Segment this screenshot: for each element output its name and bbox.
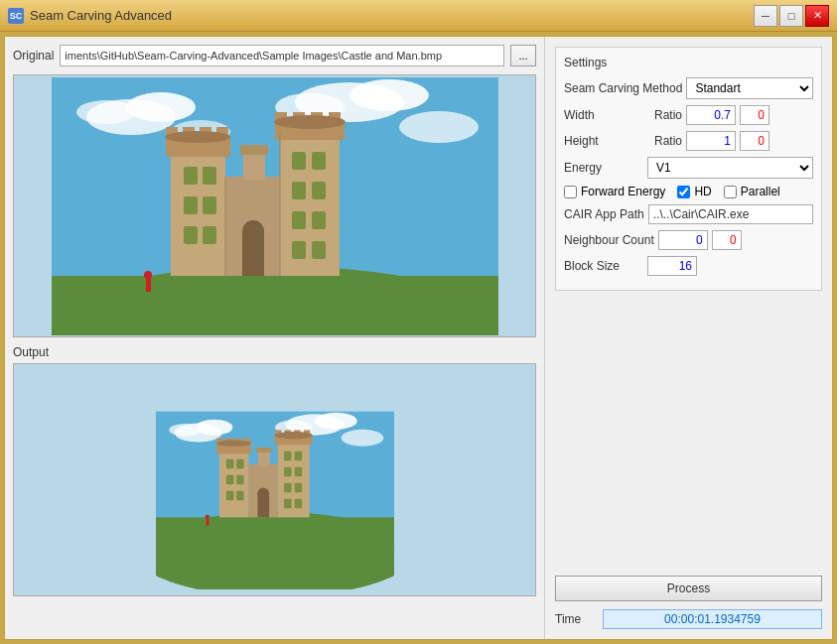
svg-point-71 [274,431,312,438]
svg-rect-40 [292,241,306,259]
energy-label: Energy [564,161,643,175]
svg-rect-29 [203,167,216,185]
output-section: Output [13,345,536,596]
svg-rect-32 [184,226,198,244]
seam-carving-method-select[interactable]: Standart Forward CAIR [686,77,813,99]
svg-rect-33 [203,226,216,244]
maximize-button[interactable]: □ [779,5,803,27]
svg-rect-82 [294,451,301,460]
height-ratio-input[interactable] [686,131,736,151]
file-path-input[interactable] [60,45,504,66]
right-panel: Settings Seam Carving Method Standart Fo… [544,37,832,639]
width-ratio-extra-input[interactable] [740,105,769,125]
parallel-label: Parallel [741,185,780,198]
bottom-section: Process Time [555,576,822,629]
svg-rect-31 [203,196,216,214]
svg-rect-37 [312,182,326,199]
svg-point-17 [165,131,230,143]
svg-rect-88 [294,498,301,508]
title-bar-left: SC Seam Carving Advanced [8,8,172,24]
forward-energy-checkbox[interactable] [564,186,577,198]
hd-checkbox-item: HD [677,185,711,198]
output-image-container [13,363,536,596]
svg-rect-34 [292,152,306,170]
svg-rect-90 [256,447,271,451]
svg-rect-87 [284,498,291,508]
svg-rect-81 [284,451,291,460]
svg-rect-30 [184,196,198,214]
neighbour-count-label: Neighbour Count [564,233,654,247]
svg-point-92 [205,514,209,518]
svg-rect-91 [206,518,209,525]
svg-rect-38 [292,211,306,229]
original-image-container [13,74,536,337]
svg-rect-85 [284,482,291,492]
hd-label: HD [694,185,711,198]
svg-point-45 [144,271,152,279]
neighbour-count-input[interactable] [658,230,708,250]
neighbour-count-extra-input[interactable] [712,230,742,250]
cair-path-row: CAIR App Path [564,204,813,224]
energy-select[interactable]: V1 V2 V3 [647,157,813,179]
width-ratio-label: Ratio [647,108,682,122]
original-label: Original [13,49,54,63]
svg-rect-58 [219,449,248,517]
svg-point-2 [126,92,196,122]
parallel-checkbox-item: Parallel [724,185,780,198]
svg-point-55 [341,429,383,446]
svg-rect-75 [225,458,232,468]
svg-point-3 [76,100,136,124]
neighbour-count-row: Neighbour Count [564,230,813,250]
svg-rect-28 [184,167,198,185]
time-value [603,609,822,629]
height-ratio-row: Height Ratio [564,131,813,151]
height-ratio-extra-input[interactable] [740,131,769,151]
svg-rect-11 [171,147,225,276]
svg-rect-35 [312,152,326,170]
svg-rect-43 [240,145,268,155]
width-ratio-input[interactable] [686,105,736,125]
seam-carving-method-label: Seam Carving Method [564,81,682,95]
svg-rect-42 [243,152,265,180]
block-size-input[interactable] [647,256,697,276]
svg-rect-57 [156,517,394,549]
svg-rect-84 [294,466,301,476]
file-row: Original ... [13,45,536,66]
browse-button[interactable]: ... [510,45,536,66]
svg-rect-18 [280,132,340,276]
hd-checkbox[interactable] [677,186,690,198]
parallel-checkbox[interactable] [724,186,737,198]
close-button[interactable]: ✕ [805,5,829,27]
svg-point-24 [274,115,346,129]
checkbox-row: Forward Energy HD Parallel [564,185,813,198]
svg-rect-76 [236,458,243,468]
cair-path-label: CAIR App Path [564,207,644,221]
minimize-button[interactable]: ─ [754,5,777,27]
original-image [52,77,498,335]
svg-rect-77 [225,474,232,484]
seam-carving-method-row: Seam Carving Method Standart Forward CAI… [564,77,813,99]
output-label: Output [13,345,536,359]
time-label: Time [555,612,595,626]
svg-point-50 [196,419,232,435]
output-image [156,371,394,589]
settings-group: Settings Seam Carving Method Standart Fo… [555,47,822,291]
svg-rect-41 [312,241,326,259]
energy-row: Energy V1 V2 V3 [564,157,813,179]
svg-rect-83 [284,466,291,476]
cair-path-input[interactable] [648,204,813,224]
window-title: Seam Carving Advanced [30,8,172,23]
height-ratio-label: Ratio [647,134,682,148]
window-controls: ─ □ ✕ [754,5,829,27]
svg-point-53 [315,412,357,429]
height-label: Height [564,134,643,148]
svg-point-74 [257,487,269,499]
process-button[interactable]: Process [555,576,822,601]
svg-rect-36 [292,182,306,199]
time-row: Time [555,609,822,629]
svg-rect-80 [236,490,243,500]
svg-point-27 [242,220,264,242]
forward-energy-label: Forward Energy [581,185,665,198]
svg-rect-78 [236,474,243,484]
width-label: Width [564,108,643,122]
